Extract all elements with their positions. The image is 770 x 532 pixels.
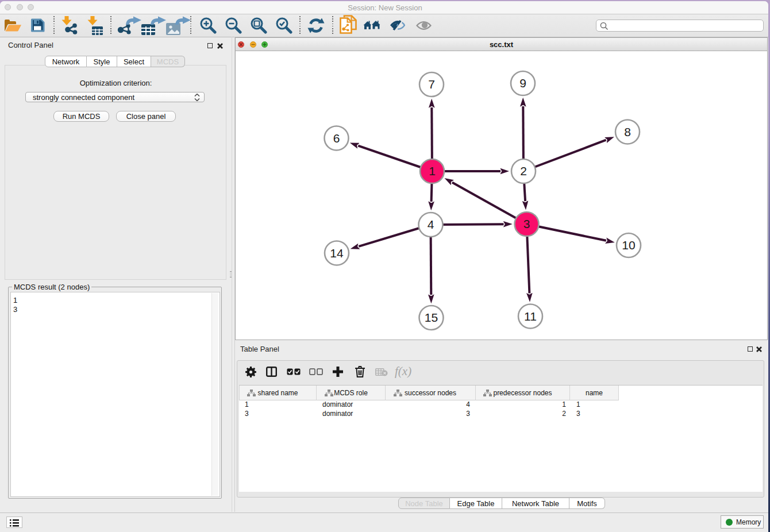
svg-text:7: 7 xyxy=(428,78,435,91)
svg-text:2: 2 xyxy=(520,164,527,178)
svg-text:6: 6 xyxy=(333,132,340,145)
svg-text:10: 10 xyxy=(622,238,635,252)
svg-text:15: 15 xyxy=(425,311,438,324)
svg-text:8: 8 xyxy=(624,125,631,138)
svg-text:4: 4 xyxy=(428,218,434,231)
svg-text:11: 11 xyxy=(524,310,537,323)
svg-text:9: 9 xyxy=(519,76,526,90)
svg-text:1: 1 xyxy=(429,164,436,178)
svg-text:14: 14 xyxy=(330,246,344,260)
svg-text:3: 3 xyxy=(523,217,530,230)
